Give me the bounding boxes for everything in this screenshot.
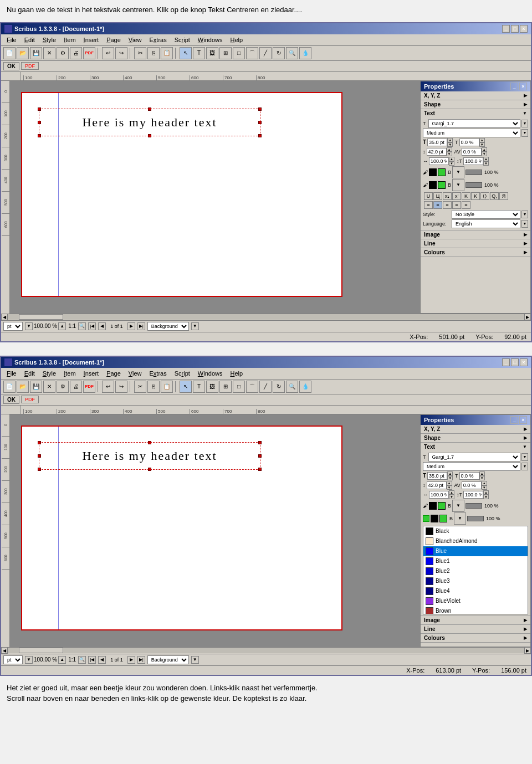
unit-select-2[interactable]: pt	[3, 655, 23, 664]
close-doc-btn-2[interactable]: ✕	[43, 381, 55, 393]
tracking-input-1[interactable]	[462, 148, 482, 156]
fontscale-down-1[interactable]: ▼	[479, 142, 485, 147]
props-shape-header-1[interactable]: Shape ▶	[421, 100, 530, 109]
align-justify-btn-1[interactable]: ≡	[452, 201, 461, 209]
handle-tm-2[interactable]	[148, 441, 151, 444]
fontstyle-select-2[interactable]: Medium	[423, 462, 520, 471]
props-section-shape-2[interactable]: Shape ▶	[421, 434, 530, 443]
menu-view-2[interactable]: View	[125, 369, 145, 378]
scroll-track-h-1[interactable]	[8, 314, 524, 320]
paste-btn-1[interactable]: 📋	[161, 47, 173, 59]
props-section-line-1[interactable]: Line ▶	[421, 239, 530, 248]
table-btn-2[interactable]: ⊞	[219, 381, 232, 393]
props-close-2[interactable]: ×	[519, 416, 527, 424]
zoom-down-btn-2[interactable]: ▼	[25, 656, 33, 664]
font-dropdown-btn-1[interactable]: ▼	[521, 120, 528, 127]
scaleh-input-2[interactable]	[429, 491, 449, 499]
cursor-btn-2[interactable]: ↖	[180, 381, 192, 393]
color-item-blue1[interactable]: Blue1	[423, 556, 528, 566]
scaleh-down-1[interactable]: ▼	[449, 161, 454, 166]
color-item-blue3[interactable]: Blue3	[423, 576, 528, 586]
layer-select-2[interactable]: Background	[147, 655, 189, 664]
fontstyle-select-1[interactable]: Medium	[423, 129, 520, 137]
props-section-colours-1[interactable]: Colours ▶	[421, 248, 530, 257]
line-btn-1[interactable]: ╱	[259, 47, 272, 59]
menu-page-1[interactable]: Page	[103, 35, 124, 44]
scalev-up-2[interactable]: ▲	[483, 490, 489, 495]
menu-insert-1[interactable]: Insert	[80, 35, 103, 44]
handle-bm-1[interactable]	[148, 134, 151, 137]
menu-page-2[interactable]: Page	[103, 369, 124, 378]
copy-btn-1[interactable]: ⎘	[147, 47, 160, 59]
unit-select-1[interactable]: pt	[3, 322, 23, 331]
fontsize-input-1[interactable]	[427, 139, 447, 146]
color-swatch-fg-1[interactable]	[429, 168, 437, 176]
props-image-header-1[interactable]: Image ▶	[421, 230, 530, 239]
scroll-left-btn-2[interactable]: ◀	[1, 647, 8, 654]
pdf-btn-1[interactable]: PDF	[83, 47, 95, 59]
fontscale-up-1[interactable]: ▲	[479, 138, 485, 142]
img-btn-2[interactable]: 🖼	[206, 381, 218, 393]
scroll-left-btn-1[interactable]: ◀	[1, 314, 8, 320]
zoom-btn-2[interactable]: 🔍	[286, 381, 298, 393]
props-section-shape-1[interactable]: Shape ▶	[421, 100, 530, 109]
img-btn-1[interactable]: 🖼	[206, 47, 218, 59]
print-btn-1[interactable]: 🖨	[70, 47, 82, 59]
props-close-1[interactable]: ×	[519, 83, 527, 90]
color-swatch-bg-1[interactable]	[438, 168, 446, 176]
menu-item-2[interactable]: Item	[60, 369, 79, 378]
style-dropdown-btn-2[interactable]: ▼	[521, 463, 528, 470]
zoom-down-btn-1[interactable]: ▼	[25, 322, 33, 330]
close-btn-1[interactable]: ×	[520, 25, 528, 33]
prev-btn-1[interactable]: ◀	[98, 322, 106, 330]
font-select-1[interactable]: Gargi_1.7	[428, 119, 521, 128]
props-section-xyz-1[interactable]: X, Y, Z ▶	[421, 91, 530, 100]
menu-script-1[interactable]: Script	[171, 35, 193, 44]
lineheight-input-1[interactable]	[427, 148, 447, 156]
handle-bl-1[interactable]	[38, 134, 41, 137]
ligature-btn-1[interactable]: Q,	[490, 192, 499, 200]
shape-btn-1[interactable]: □	[233, 47, 245, 59]
props-section-image-1[interactable]: Image ▶	[421, 230, 530, 239]
color-swatch-bg2-1[interactable]	[438, 181, 446, 189]
color-item-blue2[interactable]: Blue2	[423, 566, 528, 576]
fontsize-up-1[interactable]: ▲	[447, 138, 453, 142]
strikethrough-btn-1[interactable]: Ц	[433, 192, 442, 200]
fontsize-down-2[interactable]: ▼	[447, 476, 453, 480]
superscript-btn-1[interactable]: x'	[452, 192, 461, 200]
cut-btn-2[interactable]: ✂	[134, 381, 146, 393]
scalev-up-1[interactable]: ▲	[483, 157, 489, 161]
next-btn-1[interactable]: ▶	[127, 322, 135, 330]
underline-btn-1[interactable]: U	[424, 192, 433, 200]
props-xyz-header-2[interactable]: X, Y, Z ▶	[421, 425, 530, 433]
save-btn-1[interactable]: 💾	[30, 47, 42, 59]
scroll-right-btn-1[interactable]: ▶	[524, 314, 531, 320]
tracking-up-2[interactable]: ▲	[482, 481, 487, 485]
rotate-btn-1[interactable]: ↻	[273, 47, 285, 59]
subscript-btn-1[interactable]: x₁	[443, 192, 452, 200]
new-btn-1[interactable]: 📄	[3, 47, 16, 59]
align-center-btn-1[interactable]: ≡	[433, 201, 442, 209]
lineheight-up-2[interactable]: ▲	[447, 481, 452, 485]
prev-page-btn-2[interactable]: |◀	[88, 656, 96, 664]
stroke-drop-1[interactable]: ▼	[452, 166, 464, 178]
color-dropdown-2[interactable]: Black BlanchedAlmond Blue Blue1	[423, 526, 528, 614]
scroll-track-h-2[interactable]	[8, 648, 524, 653]
handle-bl-2[interactable]	[38, 468, 41, 471]
lang-val-select-1[interactable]: English	[452, 219, 520, 228]
menu-edit-1[interactable]: Edit	[21, 35, 38, 44]
tracking-down-2[interactable]: ▼	[482, 485, 487, 490]
props-image-header-2[interactable]: Image ▶	[421, 616, 530, 624]
style-val-select-1[interactable]: No Style	[452, 210, 520, 219]
rotate-btn-2[interactable]: ↻	[273, 381, 285, 393]
color-item-blue4[interactable]: Blue4	[423, 586, 528, 596]
scalev-input-1[interactable]	[463, 157, 483, 165]
fontscale-up-2[interactable]: ▲	[479, 471, 485, 476]
handle-br-2[interactable]	[258, 468, 262, 471]
color-item-brown[interactable]: Brown	[423, 606, 528, 614]
props-text-header-2[interactable]: Text ▼	[421, 443, 530, 451]
pdf-small-btn-1[interactable]: PDF	[21, 62, 39, 70]
zoom-up-btn-1[interactable]: ▲	[58, 322, 66, 330]
menu-windows-1[interactable]: Windows	[195, 35, 226, 44]
scalev-input-2[interactable]	[463, 491, 483, 499]
